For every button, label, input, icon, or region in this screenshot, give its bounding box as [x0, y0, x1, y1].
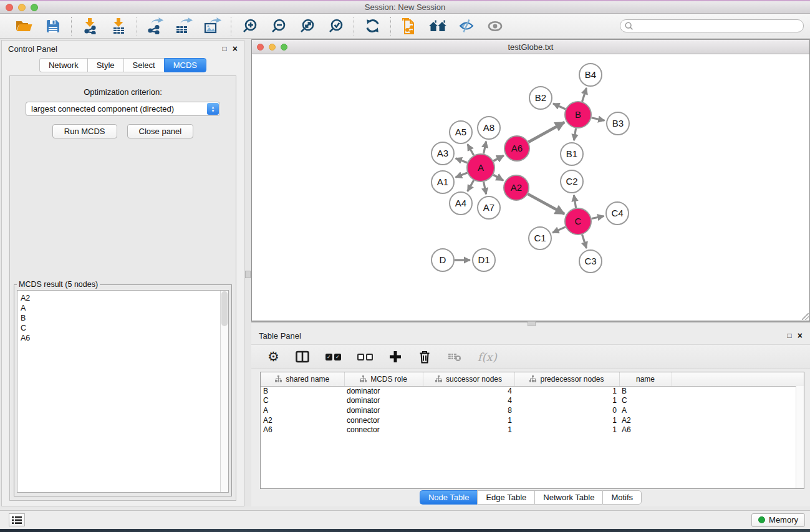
cell[interactable]: A2	[619, 415, 672, 425]
cell[interactable]: A6	[619, 425, 672, 435]
graph-node-A2[interactable]: A2	[504, 175, 529, 200]
graph-node-A1[interactable]: A1	[432, 171, 454, 193]
cell[interactable]: A	[619, 405, 672, 415]
graph-node-A3[interactable]: A3	[432, 142, 454, 165]
memory-button[interactable]: Memory	[751, 513, 805, 527]
add-icon[interactable]	[389, 351, 402, 363]
tab-select[interactable]: Select	[123, 58, 164, 72]
cell[interactable]: 1	[423, 425, 514, 435]
cell[interactable]: C	[261, 396, 344, 406]
graph-node-A5[interactable]: A5	[450, 121, 472, 143]
cell[interactable]: 0	[514, 405, 619, 415]
horizontal-split-divider[interactable]	[251, 321, 810, 328]
network-canvas[interactable]: B4B2BB3A5A8A6A3AB1A1A2C2A4A7C4CC1DD1C3	[252, 54, 809, 321]
list-item[interactable]: A6	[21, 333, 228, 343]
hide-graphics-details-icon[interactable]	[457, 17, 476, 35]
zoom-in-icon[interactable]	[240, 17, 259, 35]
graph-node-C3[interactable]: C3	[579, 250, 602, 273]
export-table-icon[interactable]	[175, 17, 193, 35]
import-network-icon[interactable]	[80, 17, 99, 35]
cell[interactable]: A	[261, 405, 344, 415]
graph-node-A8[interactable]: A8	[478, 117, 500, 139]
delete-icon[interactable]	[418, 350, 432, 364]
first-neighbors-icon[interactable]	[428, 17, 447, 35]
column-header-MCDS-role[interactable]: MCDS role	[344, 372, 423, 386]
open-session-icon[interactable]	[15, 17, 34, 35]
network-window-titlebar[interactable]: testGlobe.txt	[252, 40, 809, 54]
list-item[interactable]: B	[21, 313, 228, 323]
run-mcds-button[interactable]: Run MCDS	[52, 124, 117, 138]
divider-handle[interactable]	[528, 321, 536, 326]
select-all-icon[interactable]: ✓✓	[325, 354, 341, 360]
apply-layout-icon[interactable]	[363, 17, 382, 35]
cell[interactable]: 1	[514, 425, 619, 435]
close-panel-icon[interactable]: ×	[233, 44, 238, 54]
graph-node-B[interactable]: B	[565, 102, 591, 128]
close-panel-icon[interactable]: ×	[798, 331, 803, 341]
cell[interactable]: connector	[344, 425, 423, 435]
column-view-icon[interactable]	[296, 351, 309, 363]
cell[interactable]: dominator	[344, 386, 423, 396]
search-input[interactable]	[634, 22, 799, 31]
export-image-icon[interactable]	[203, 17, 222, 35]
graph-node-A[interactable]: A	[467, 154, 494, 181]
column-header-shared-name[interactable]: shared name	[261, 372, 344, 386]
zoom-out-icon[interactable]	[269, 17, 287, 35]
network-graph[interactable]: B4B2BB3A5A8A6A3AB1A1A2C2A4A7C4CC1DD1C3	[252, 54, 809, 321]
graph-node-C1[interactable]: C1	[529, 227, 551, 249]
new-network-from-selection-icon[interactable]	[400, 17, 418, 35]
list-item[interactable]: A2	[21, 293, 228, 303]
tab-network-table[interactable]: Network Table	[534, 490, 602, 505]
graph-node-C4[interactable]: C4	[606, 202, 629, 225]
table-row[interactable]: A6connector11A6	[261, 425, 804, 435]
table-settings-gear-icon[interactable]: ⚙	[268, 351, 279, 363]
tab-network[interactable]: Network	[39, 58, 87, 72]
graph-node-D[interactable]: D	[432, 249, 454, 271]
graph-node-B1[interactable]: B1	[561, 143, 583, 165]
cell[interactable]: 1	[423, 415, 514, 425]
tab-node-table[interactable]: Node Table	[420, 490, 478, 505]
task-history-button[interactable]	[9, 513, 25, 526]
deselect-all-icon[interactable]	[357, 354, 373, 360]
graph-node-D1[interactable]: D1	[473, 249, 495, 271]
cell[interactable]: 4	[423, 386, 514, 396]
graph-node-A7[interactable]: A7	[478, 196, 500, 219]
cell[interactable]: dominator	[344, 405, 423, 415]
column-header-predecessor-nodes[interactable]: predecessor nodes	[514, 372, 619, 386]
tab-edge-table[interactable]: Edge Table	[477, 490, 534, 505]
tab-motifs[interactable]: Motifs	[602, 490, 642, 505]
cell[interactable]: A6	[261, 425, 344, 435]
cell[interactable]: 4	[423, 396, 514, 406]
cell[interactable]: 8	[423, 405, 514, 415]
list-item[interactable]: C	[21, 323, 228, 333]
table-row[interactable]: Adominator80A	[261, 405, 804, 415]
zoom-selected-icon[interactable]	[326, 17, 345, 35]
float-panel-icon[interactable]: □	[223, 44, 227, 53]
import-table-icon[interactable]	[109, 17, 128, 35]
zoom-fit-icon[interactable]	[297, 17, 316, 35]
graph-node-C[interactable]: C	[565, 208, 591, 235]
cell[interactable]: C	[619, 396, 672, 406]
graph-node-B3[interactable]: B3	[607, 112, 629, 135]
list-item[interactable]: A	[21, 303, 228, 313]
cell[interactable]: 1	[514, 415, 619, 425]
graph-node-A4[interactable]: A4	[450, 192, 472, 215]
show-graphics-details-icon[interactable]	[486, 17, 504, 35]
cell[interactable]: B	[261, 386, 344, 396]
cell[interactable]: dominator	[344, 396, 423, 406]
optimization-criterion-select[interactable]: largest connected component (directed) ▲…	[26, 102, 220, 116]
table-row[interactable]: Bdominator41B	[261, 386, 804, 396]
column-header-successor-nodes[interactable]: successor nodes	[423, 372, 514, 386]
mcds-result-list[interactable]: A2ABCA6	[17, 290, 229, 493]
table-row[interactable]: Cdominator41C	[261, 396, 804, 406]
tab-mcds[interactable]: MCDS	[164, 58, 206, 72]
export-network-icon[interactable]	[146, 17, 165, 35]
graph-node-B2[interactable]: B2	[529, 87, 552, 109]
search-box[interactable]	[620, 19, 804, 32]
cell[interactable]: 1	[514, 386, 619, 396]
result-list-scrollbar[interactable]	[220, 291, 228, 492]
save-session-icon[interactable]	[44, 17, 62, 35]
node-table[interactable]: shared nameMCDS rolesuccessor nodesprede…	[260, 372, 804, 489]
resize-grip-icon[interactable]	[802, 313, 809, 320]
cell[interactable]: B	[619, 386, 672, 396]
